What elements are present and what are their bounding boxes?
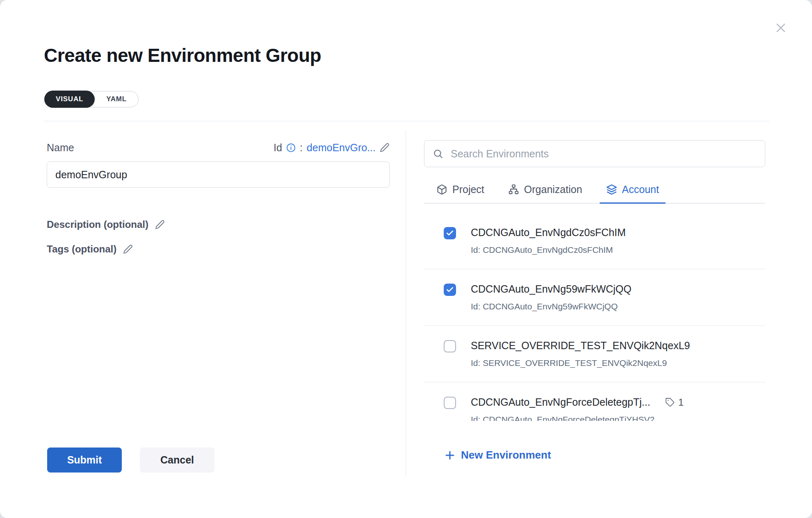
id-cluster: Id : demoEnvGro... [274, 142, 390, 154]
action-buttons: Submit Cancel [47, 448, 214, 473]
new-environment-button[interactable]: New Environment [445, 449, 765, 461]
name-label: Name [47, 142, 74, 154]
env-name: SERVICE_OVERRIDE_TEST_ENVQik2NqexL9 [471, 340, 690, 352]
toggle-visual[interactable]: VISUAL [44, 91, 95, 108]
environment-row: CDCNGAuto_EnvNgForceDeletegpTj... 1 Id: … [424, 382, 765, 421]
tag-count: 1 [678, 397, 684, 408]
description-row: Description (optional) [47, 219, 390, 230]
env-name-line: CDCNGAuto_EnvNgForceDeletegpTj... 1 [471, 396, 684, 408]
edit-description-icon[interactable] [155, 220, 165, 229]
environment-row: SERVICE_OVERRIDE_TEST_ENVQik2NqexL9 Id: … [424, 326, 765, 382]
tag-icon [665, 398, 675, 407]
env-name-line: CDCNGAuto_EnvNg59wFkWCjQQ [471, 283, 632, 295]
search-input[interactable] [450, 148, 757, 160]
org-chart-icon [508, 184, 519, 195]
env-id: Id: CDCNGAuto_EnvNg59wFkWCjQQ [471, 302, 632, 311]
description-label: Description (optional) [47, 219, 148, 230]
modal-title: Create new Environment Group [44, 44, 321, 66]
tab-organization-label: Organization [524, 184, 582, 195]
env-checkbox[interactable] [444, 227, 456, 239]
name-row: Name Id : demoEnvGro... [47, 139, 390, 156]
cancel-button[interactable]: Cancel [140, 448, 214, 473]
tab-project-label: Project [452, 184, 484, 195]
environment-panel: Project Organization Account [424, 140, 765, 461]
id-value-link[interactable]: demoEnvGro... [307, 142, 376, 154]
tags-label: Tags (optional) [47, 243, 116, 255]
environment-row: CDCNGAuto_EnvNg59wFkWCjQQ Id: CDCNGAuto_… [424, 269, 765, 326]
env-texts: SERVICE_OVERRIDE_TEST_ENVQik2NqexL9 Id: … [471, 340, 690, 368]
env-texts: CDCNGAuto_EnvNgdCz0sFChIM Id: CDCNGAuto_… [471, 227, 626, 255]
tab-organization[interactable]: Organization [502, 182, 589, 203]
edit-tags-icon[interactable] [123, 244, 133, 254]
env-name: CDCNGAuto_EnvNgdCz0sFChIM [471, 227, 626, 239]
environment-row: CDCNGAuto_EnvNgdCz0sFChIM Id: CDCNGAuto_… [424, 204, 765, 269]
env-name-line: CDCNGAuto_EnvNgdCz0sFChIM [471, 227, 626, 239]
create-env-group-modal: Create new Environment Group VISUAL YAML… [0, 0, 812, 518]
search-icon [433, 148, 443, 159]
new-environment-label: New Environment [461, 449, 551, 461]
env-texts: CDCNGAuto_EnvNg59wFkWCjQQ Id: CDCNGAuto_… [471, 283, 632, 311]
env-name-line: SERVICE_OVERRIDE_TEST_ENVQik2NqexL9 [471, 340, 690, 352]
close-icon [773, 20, 788, 35]
id-separator: : [300, 142, 303, 154]
env-texts: CDCNGAuto_EnvNgForceDeletegpTj... 1 Id: … [471, 396, 684, 421]
scope-tabs: Project Organization Account [424, 182, 765, 204]
tags-row: Tags (optional) [47, 243, 390, 255]
tab-account[interactable]: Account [600, 182, 666, 203]
id-label: Id [274, 142, 282, 154]
cube-icon [436, 184, 447, 195]
env-id: Id: CDCNGAuto_EnvNgdCz0sFChIM [471, 245, 626, 255]
check-icon [446, 229, 454, 237]
env-checkbox[interactable] [444, 397, 456, 409]
name-input[interactable] [47, 161, 390, 188]
env-id: Id: CDCNGAuto_EnvNgForceDeletegpTjYHSV2 [471, 415, 684, 421]
env-checkbox[interactable] [444, 340, 456, 352]
visual-yaml-toggle: VISUAL YAML [44, 91, 139, 107]
environment-list: CDCNGAuto_EnvNgdCz0sFChIM Id: CDCNGAuto_… [424, 204, 765, 421]
header-divider [44, 121, 769, 121]
tab-account-label: Account [622, 184, 659, 195]
env-name: CDCNGAuto_EnvNg59wFkWCjQQ [471, 283, 632, 295]
env-tag-badge: 1 [665, 397, 684, 408]
panel-divider [406, 130, 406, 476]
toggle-yaml[interactable]: YAML [95, 91, 138, 107]
plus-icon [445, 450, 455, 461]
layers-icon [606, 184, 617, 195]
search-box [424, 140, 765, 167]
close-button[interactable] [771, 18, 791, 39]
form-column: Name Id : demoEnvGro... Description (opt… [47, 139, 390, 255]
submit-button[interactable]: Submit [47, 448, 122, 473]
env-name: CDCNGAuto_EnvNgForceDeletegpTj... [471, 396, 650, 408]
tab-project[interactable]: Project [430, 182, 491, 203]
env-id: Id: SERVICE_OVERRIDE_TEST_ENVQik2NqexL9 [471, 358, 690, 368]
check-icon [446, 286, 454, 294]
info-icon[interactable] [286, 143, 296, 152]
env-checkbox[interactable] [444, 284, 456, 296]
edit-id-icon[interactable] [380, 143, 390, 152]
